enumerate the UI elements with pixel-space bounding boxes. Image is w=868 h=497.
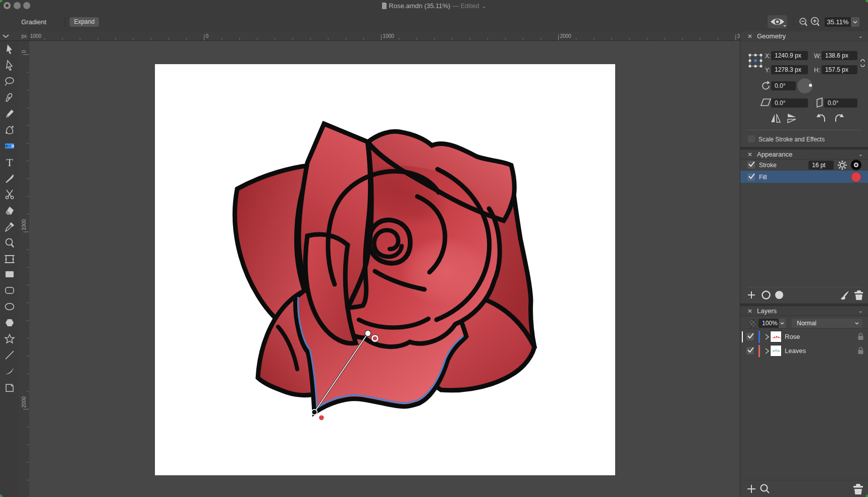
svg-text:0: 0: [21, 50, 27, 53]
svg-text:0: 0: [206, 33, 209, 39]
svg-text:T: T: [6, 156, 13, 169]
svg-text:-1000: -1000: [29, 33, 41, 39]
svg-text:1000: 1000: [383, 33, 395, 39]
svg-text:2000: 2000: [21, 396, 27, 408]
svg-text:2000: 2000: [560, 33, 572, 39]
svg-text:1000: 1000: [21, 219, 27, 230]
